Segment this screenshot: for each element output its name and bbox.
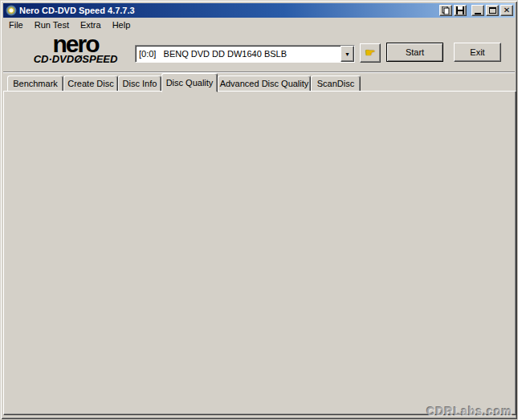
minimize-button[interactable] bbox=[471, 5, 484, 16]
exit-button[interactable]: Exit bbox=[454, 43, 501, 62]
toolbar-separator bbox=[3, 71, 515, 73]
drive-select-dropdown-button[interactable]: ▼ bbox=[341, 46, 354, 62]
menu-item-extra[interactable]: Extra bbox=[75, 18, 107, 31]
cd-dvd-speed-logo-text: CD·DVDØSPEED bbox=[18, 54, 133, 65]
chevron-down-icon: ▼ bbox=[345, 51, 350, 57]
close-icon: ✕ bbox=[504, 6, 510, 14]
save-icon bbox=[456, 6, 464, 14]
report-icon bbox=[442, 6, 450, 14]
title-bar: Nero CD-DVD Speed 4.7.7.3 ✕ bbox=[3, 3, 515, 18]
application-window: Nero CD-DVD Speed 4.7.7.3 ✕ File Run Tes… bbox=[0, 0, 518, 420]
start-button[interactable]: Start bbox=[386, 43, 443, 62]
close-button[interactable]: ✕ bbox=[500, 5, 513, 16]
tab-create-disc[interactable]: Create Disc bbox=[63, 75, 118, 92]
tab-scandisc[interactable]: ScanDisc bbox=[311, 75, 361, 92]
window-title: Nero CD-DVD Speed 4.7.7.3 bbox=[19, 6, 438, 15]
tab-benchmark[interactable]: Benchmark bbox=[7, 75, 63, 92]
nero-logo: nero CD·DVDØSPEED bbox=[18, 35, 133, 65]
disc-quality-page bbox=[3, 91, 516, 415]
menu-item-run-test[interactable]: Run Test bbox=[29, 18, 75, 31]
report-button[interactable] bbox=[439, 5, 452, 16]
maximize-icon bbox=[489, 7, 496, 14]
tab-disc-quality[interactable]: Disc Quality bbox=[161, 73, 218, 92]
maximize-button[interactable] bbox=[486, 5, 499, 16]
save-button[interactable] bbox=[454, 5, 467, 16]
hand-icon: ☛ bbox=[365, 46, 375, 60]
tab-advanced-disc-quality[interactable]: Advanced Disc Quality bbox=[218, 75, 311, 92]
drive-select-value: [0:0] BENQ DVD DD DW1640 BSLB bbox=[136, 49, 341, 59]
nero-logo-text: nero bbox=[18, 35, 133, 54]
minimize-icon bbox=[475, 13, 481, 14]
drive-select[interactable]: [0:0] BENQ DVD DD DW1640 BSLB ▼ bbox=[135, 45, 355, 63]
nero-cd-dvd-speed-window: { "window": { "title": "Nero CD-DVD Spee… bbox=[0, 0, 518, 420]
menu-item-help[interactable]: Help bbox=[107, 18, 137, 31]
menu-item-file[interactable]: File bbox=[3, 18, 29, 31]
cdrlabs-watermark: CDRLabs.com bbox=[426, 405, 512, 418]
tab-disc-info[interactable]: Disc Info bbox=[118, 75, 161, 92]
app-icon bbox=[6, 5, 17, 16]
select-drive-button[interactable]: ☛ bbox=[360, 43, 381, 63]
